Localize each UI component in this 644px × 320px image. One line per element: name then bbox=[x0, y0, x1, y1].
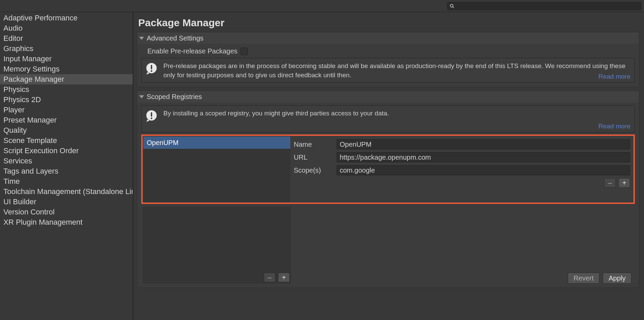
registry-form: Name URL Scope(s) – + bbox=[294, 137, 633, 202]
sidebar-item-memory-settings[interactable]: Memory Settings bbox=[0, 64, 133, 74]
scoped-info-text: By installing a scoped registry, you mig… bbox=[163, 109, 630, 118]
sidebar-item-xr-plugin-management[interactable]: XR Plugin Management bbox=[0, 217, 133, 227]
registry-name-input[interactable] bbox=[337, 139, 630, 149]
apply-button[interactable]: Apply bbox=[603, 273, 631, 284]
search-box[interactable] bbox=[447, 2, 641, 10]
scoped-registries-header[interactable]: Scoped Registries bbox=[137, 91, 639, 102]
chevron-down-icon bbox=[139, 37, 144, 40]
scoped-info-box: By installing a scoped registry, you mig… bbox=[141, 105, 635, 132]
scoped-registries-panel: Scoped Registries By installing a scoped… bbox=[137, 91, 639, 288]
remove-registry-button[interactable]: – bbox=[264, 273, 275, 282]
sidebar-item-editor[interactable]: Editor bbox=[0, 33, 133, 44]
prerelease-read-more-link[interactable]: Read more bbox=[598, 73, 630, 80]
enable-prerelease-label: Enable Pre-release Packages bbox=[147, 47, 238, 55]
top-bar bbox=[0, 0, 644, 12]
sidebar-item-toolchain-management-standalone-linu[interactable]: Toolchain Management (Standalone Linu bbox=[0, 187, 133, 197]
sidebar-item-script-execution-order[interactable]: Script Execution Order bbox=[0, 146, 133, 156]
sidebar-item-package-manager[interactable]: Package Manager bbox=[0, 74, 133, 84]
advanced-settings-title: Advanced Settings bbox=[147, 34, 204, 42]
sidebar-item-tags-and-layers[interactable]: Tags and Layers bbox=[0, 166, 133, 176]
add-registry-button[interactable]: + bbox=[278, 273, 290, 282]
sidebar-item-version-control[interactable]: Version Control bbox=[0, 207, 133, 217]
sidebar-item-scene-template[interactable]: Scene Template bbox=[0, 135, 133, 146]
svg-point-0 bbox=[450, 4, 453, 7]
svg-rect-3 bbox=[151, 65, 152, 69]
scoped-read-more-link[interactable]: Read more bbox=[598, 123, 630, 130]
sidebar-item-physics-2d[interactable]: Physics 2D bbox=[0, 95, 133, 105]
registry-name-label: Name bbox=[294, 141, 334, 148]
revert-button[interactable]: Revert bbox=[568, 273, 599, 284]
sidebar-item-ui-builder[interactable]: UI Builder bbox=[0, 197, 133, 207]
advanced-settings-panel: Advanced Settings Enable Pre-release Pac… bbox=[137, 32, 639, 87]
sidebar-item-services[interactable]: Services bbox=[0, 156, 133, 166]
registry-list-footer: – + bbox=[143, 207, 291, 284]
scoped-registry-editor: OpenUPM Name URL Scope(s) bbox=[141, 134, 635, 204]
remove-scope-button[interactable]: – bbox=[604, 178, 616, 188]
sidebar-item-physics[interactable]: Physics bbox=[0, 84, 133, 95]
chevron-down-icon bbox=[139, 95, 144, 98]
content-area: Package Manager Advanced Settings Enable… bbox=[133, 12, 644, 320]
registry-scopes-label: Scope(s) bbox=[294, 166, 334, 174]
registry-url-label: URL bbox=[294, 154, 334, 161]
sidebar-item-quality[interactable]: Quality bbox=[0, 125, 133, 135]
page-title: Package Manager bbox=[138, 17, 639, 29]
sidebar-item-adaptive-performance[interactable]: Adaptive Performance bbox=[0, 13, 133, 23]
search-icon bbox=[450, 4, 454, 9]
sidebar-item-player[interactable]: Player bbox=[0, 105, 133, 115]
registry-scope-input[interactable] bbox=[337, 165, 630, 175]
warning-icon bbox=[146, 62, 159, 75]
sidebar-item-preset-manager[interactable]: Preset Manager bbox=[0, 115, 133, 125]
add-scope-button[interactable]: + bbox=[618, 178, 630, 188]
svg-point-4 bbox=[151, 70, 152, 72]
registry-list-item[interactable]: OpenUPM bbox=[143, 137, 290, 149]
svg-line-1 bbox=[453, 6, 454, 8]
sidebar: Adaptive PerformanceAudioEditorGraphicsI… bbox=[0, 12, 133, 320]
svg-rect-6 bbox=[151, 112, 152, 117]
sidebar-item-audio[interactable]: Audio bbox=[0, 23, 133, 33]
registry-list[interactable]: OpenUPM bbox=[143, 137, 290, 202]
warning-icon bbox=[146, 110, 159, 123]
search-input[interactable] bbox=[456, 3, 639, 9]
svg-point-7 bbox=[151, 117, 152, 119]
scoped-registries-title: Scoped Registries bbox=[147, 93, 202, 101]
sidebar-item-input-manager[interactable]: Input Manager bbox=[0, 54, 133, 64]
sidebar-item-graphics[interactable]: Graphics bbox=[0, 44, 133, 54]
registry-url-input[interactable] bbox=[337, 152, 630, 162]
sidebar-item-time[interactable]: Time bbox=[0, 176, 133, 187]
advanced-settings-header[interactable]: Advanced Settings bbox=[137, 32, 639, 44]
prerelease-info-box: Pre-release packages are in the process … bbox=[141, 58, 635, 83]
prerelease-info-text: Pre-release packages are in the process … bbox=[163, 62, 630, 80]
enable-prerelease-checkbox[interactable] bbox=[240, 48, 248, 55]
